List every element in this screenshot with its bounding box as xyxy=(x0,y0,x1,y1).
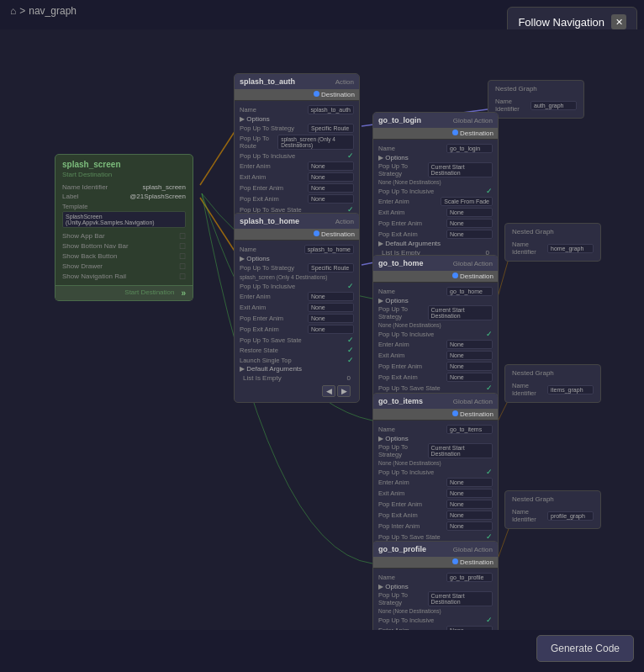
show-bottom-nav-field: Show Bottom Nav Bar ☐ xyxy=(62,241,186,251)
name-row: Name splash_to_auth xyxy=(240,104,354,115)
go-to-login-header: go_to_login Global Action xyxy=(373,113,498,128)
splash-name-field: Name Identifier splash_screen xyxy=(62,183,186,192)
home-icon[interactable]: ⌂ xyxy=(10,5,16,17)
template-label: Template xyxy=(62,203,186,210)
graph-canvas: splash_screen Start Destination Name Ide… xyxy=(0,29,644,630)
pop-enter-row: Pop Enter Anim None xyxy=(240,183,354,193)
route-row: Pop Up To Route splash_screen (Only 4 De… xyxy=(240,134,354,151)
follow-navigation-title: Follow Navigation xyxy=(518,16,604,29)
home-graph-node: Nested Graph Name Identifier home_graph xyxy=(504,223,601,262)
current-page-label: nav_graph xyxy=(29,5,77,17)
go-to-login-node: go_to_login Global Action Destination Na… xyxy=(372,112,499,278)
splash-to-home-node: splash_to_home Action Destination Name s… xyxy=(234,213,360,403)
show-drawer-field: Show Drawer ☐ xyxy=(62,262,186,272)
auth-name-row: Name Identifier auth_graph xyxy=(495,97,577,114)
strategy-row: Pop Up To Strategy Specific Route xyxy=(240,123,354,134)
profile-graph-node: Nested Graph Name Identifier profile_gra… xyxy=(504,490,601,529)
splash-screen-type: Start Destination xyxy=(62,171,186,178)
splash-label-field: Label @21SplashScreen xyxy=(62,192,186,201)
inclusive-row: Pop Up To Inclusive ✓ xyxy=(240,151,354,161)
destination-bar-login: Destination xyxy=(373,128,498,140)
pop-exit-row: Pop Exit Anim None xyxy=(240,193,354,204)
destination-bar: Destination xyxy=(235,89,359,101)
actions-icon: » xyxy=(181,288,186,298)
exit-anim-row: Exit Anim None xyxy=(240,172,354,183)
go-to-profile-header: go_to_profile Global Action xyxy=(373,542,498,557)
home-prev-btn[interactable]: ◀ xyxy=(322,385,335,397)
breadcrumb-separator: > xyxy=(19,5,25,17)
login-name-row: Name go_to_login xyxy=(378,143,493,154)
auth-graph-node: Nested Graph Name Identifier auth_graph xyxy=(488,80,584,119)
splash-actions-bar: Start Destination » xyxy=(55,285,193,300)
go-to-home-header: go_to_home Global Action xyxy=(373,256,498,271)
splash-to-auth-header: splash_to_auth Action xyxy=(235,74,359,89)
close-button[interactable]: ✕ xyxy=(611,14,626,29)
show-back-button-field: Show Back Button ☐ xyxy=(62,251,186,262)
go-to-items-header: go_to_items Global Action xyxy=(373,394,498,409)
template-value: SplashScreen (Unity.Appvk.Samples.Naviga… xyxy=(62,211,186,228)
generate-code-button[interactable]: Generate Code xyxy=(536,635,634,662)
go-to-profile-node: go_to_profile Global Action Destination … xyxy=(372,541,499,630)
options-expand[interactable]: ▶ Options xyxy=(240,115,354,123)
splash-toggles: Show App Bar ☐ Show Bottom Nav Bar ☐ Sho… xyxy=(62,231,186,282)
home-next-btn[interactable]: ▶ xyxy=(337,385,351,397)
splash-screen-title: splash_screen xyxy=(62,160,186,169)
splash-screen-node: splash_screen Start Destination Name Ide… xyxy=(55,154,193,301)
enter-anim-row: Enter Anim None xyxy=(240,161,354,172)
show-app-bar-field: Show App Bar ☐ xyxy=(62,231,186,241)
splash-to-home-header: splash_to_home Action xyxy=(235,214,359,229)
show-nav-list-field: Show Navigation Rail ☐ xyxy=(62,272,186,282)
items-graph-node: Nested Graph Name Identifier items_graph xyxy=(504,364,601,403)
